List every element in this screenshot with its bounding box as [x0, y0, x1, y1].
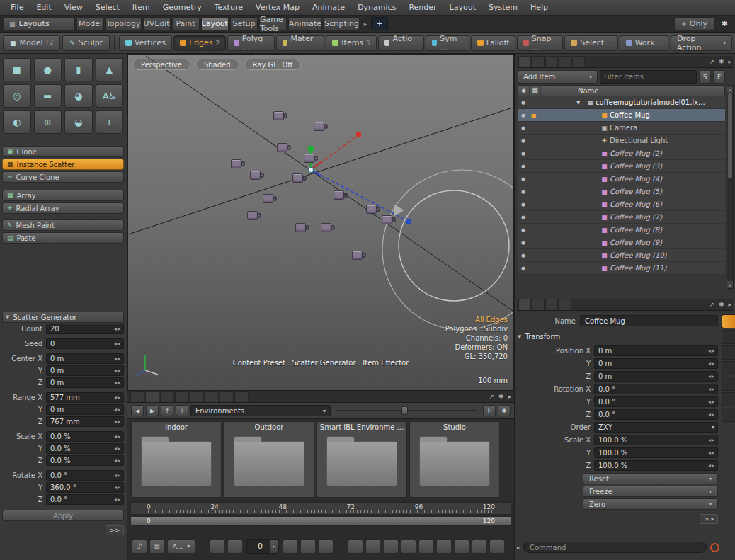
value-input[interactable]: 0 m ▾ ◂▸ [594, 345, 718, 356]
value-input[interactable]: 0 m ▾ ◂▸ [46, 365, 124, 376]
panel-tab[interactable] [532, 56, 545, 67]
menu-item[interactable]: Render [402, 1, 443, 14]
menu-item[interactable]: Help [524, 1, 554, 14]
panel-tab[interactable] [559, 299, 571, 310]
preset-tab[interactable] [175, 391, 189, 402]
gear-icon[interactable]: ✱ [719, 58, 724, 65]
slider-handle[interactable] [401, 406, 408, 415]
coffee-mug-object[interactable] [273, 111, 284, 120]
properties-side-tab[interactable] [722, 408, 735, 422]
layout-tab[interactable]: UVEdit [143, 17, 171, 30]
up-directory-button[interactable]: ↑ [161, 405, 173, 416]
preset-folder-item[interactable]: Outdoor [224, 421, 314, 498]
panel-tab[interactable] [559, 56, 571, 67]
value-input[interactable]: 100.0 % ▾ ◂▸ [594, 460, 718, 471]
preset-tab[interactable] [190, 391, 204, 402]
item-row[interactable]: Coffee Mug (6) [518, 198, 725, 211]
paint-tool-button[interactable]: ▤ Paste [2, 232, 124, 244]
visibility-eye-icon[interactable] [518, 215, 529, 220]
visibility-eye-icon[interactable] [518, 151, 529, 156]
maximize-icon[interactable]: ↗ [709, 301, 714, 308]
visibility-eye-icon[interactable] [518, 227, 529, 233]
item-row[interactable]: Coffee Mug (4) [518, 173, 725, 185]
gear-icon[interactable]: ✱ [498, 393, 504, 400]
filter-button[interactable]: F [483, 405, 496, 416]
visibility-eye-icon[interactable] [518, 189, 529, 195]
command-expand-icon[interactable]: ▸ [517, 544, 520, 551]
maximize-icon[interactable]: ↗ [709, 58, 714, 65]
primitive-tool-button[interactable]: ⊕ [34, 110, 62, 134]
keying-button[interactable] [436, 539, 452, 554]
primitive-tool-button[interactable]: + [96, 110, 124, 134]
name-column-header[interactable]: Name [578, 87, 599, 95]
panel-tab[interactable] [572, 56, 585, 67]
duplicate-tool-button[interactable]: ~ Curve Clone [2, 171, 124, 183]
frame-spinner[interactable]: ▸ [270, 540, 278, 553]
value-input[interactable]: 0.0 ° ▾ ◂▸ [594, 396, 718, 407]
value-input[interactable]: 0.0 ° ▾ ◂▸ [46, 494, 124, 505]
duplicate-tool-button[interactable]: ▣ Clone [2, 146, 124, 157]
panel-tab[interactable] [518, 299, 531, 310]
preset-tab[interactable] [160, 391, 174, 402]
current-frame-field[interactable]: 0 ▸ [246, 539, 279, 554]
transport-button[interactable] [318, 539, 334, 554]
value-spinner[interactable]: ◂▸ [112, 457, 123, 464]
keying-button[interactable] [348, 539, 363, 554]
coffee-mug-object[interactable] [352, 251, 363, 260]
value-input[interactable]: 0.0 % ▾ ◂▸ [46, 431, 124, 442]
properties-side-tab[interactable] [722, 314, 735, 328]
drop-action-dropdown[interactable]: Drop Action▾ [671, 35, 732, 51]
value-input[interactable]: 100.0 % ▾ ◂▸ [594, 435, 718, 445]
keying-button[interactable] [365, 539, 381, 554]
coffee-mug-object[interactable] [334, 190, 344, 200]
coffee-mug-object[interactable] [321, 223, 331, 232]
value-input[interactable]: 767 mm ▾ ◂▸ [46, 416, 124, 427]
item-row[interactable]: Coffee Mug (8) [518, 224, 725, 236]
apply-button[interactable]: Apply [2, 510, 124, 521]
toolbar-tab[interactable]: Sym ... [426, 35, 469, 51]
panel-menu-icon[interactable]: ▸ [728, 58, 731, 65]
visibility-eye-icon[interactable] [518, 125, 529, 131]
value-input[interactable]: 20 ▾ ◂▸ [46, 324, 124, 334]
value-spinner[interactable]: ◂▸ [112, 379, 123, 386]
transform-action-button[interactable]: Reset ▾ [583, 473, 718, 484]
menu-item[interactable]: Item [126, 1, 156, 14]
path-dropdown[interactable]: Environments ▾ [190, 405, 331, 416]
value-spinner[interactable]: ◂▸ [706, 348, 717, 354]
properties-side-tab[interactable] [722, 392, 735, 406]
menu-item[interactable]: Texture [208, 1, 249, 14]
menu-item[interactable]: Animate [306, 1, 351, 14]
toolbar-tab[interactable]: Work... [620, 35, 668, 51]
value-spinner[interactable]: ◂▸ [112, 433, 123, 440]
keying-button[interactable] [454, 539, 469, 554]
value-input[interactable]: 0.0 % ▾ ◂▸ [46, 443, 124, 454]
duplicate-tool-button[interactable]: ▦ Instance Scatter [2, 159, 124, 170]
coffee-mug-object[interactable] [304, 154, 314, 163]
value-spinner[interactable]: ◂▸ [112, 406, 123, 413]
value-input[interactable]: 0.0 ° ▾ ◂▸ [594, 409, 718, 420]
properties-side-tab[interactable] [722, 377, 735, 391]
transform-action-button[interactable]: Freeze ▾ [583, 486, 718, 497]
command-history-button[interactable] [710, 543, 719, 552]
toolbar-tab[interactable]: Select... [564, 35, 617, 51]
keying-button[interactable] [489, 539, 505, 554]
value-input[interactable]: 0 m ▾ ◂▸ [594, 371, 718, 382]
coffee-mug-object[interactable] [295, 223, 306, 232]
value-spinner[interactable]: ◂▸ [112, 472, 123, 479]
panel-menu-icon[interactable]: ▸ [508, 393, 511, 400]
primitive-tool-button[interactable]: ▮ [64, 58, 93, 81]
toolbar-tab[interactable]: Actio ... [378, 35, 424, 51]
value-spinner[interactable]: ◂▸ [706, 450, 717, 456]
forward-button[interactable]: ▶ [146, 405, 159, 416]
properties-side-tab[interactable] [722, 361, 735, 375]
layout-tab[interactable]: Model [76, 17, 104, 30]
value-spinner[interactable]: ◂▸ [706, 360, 717, 367]
toolbar-tab[interactable]: Falloff [471, 35, 515, 51]
primitive-tool-button[interactable]: ◐ [3, 110, 31, 134]
value-input[interactable]: 0.0 % ▾ ◂▸ [46, 455, 124, 466]
item-row[interactable]: Coffee Mug (3) [518, 160, 725, 173]
timeline-ruler[interactable]: 024487296120 [130, 502, 511, 515]
preset-tab[interactable] [220, 391, 234, 402]
transport-button[interactable] [283, 539, 298, 554]
visibility-eye-icon[interactable] [518, 113, 529, 118]
